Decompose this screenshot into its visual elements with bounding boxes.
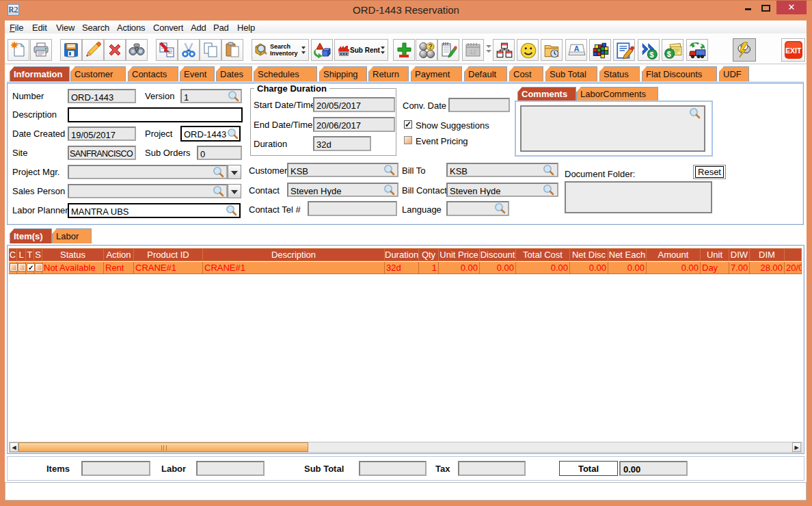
svg-text:EXIT: EXIT bbox=[785, 46, 802, 55]
svg-text:Sub Rent: Sub Rent bbox=[350, 46, 381, 54]
svg-text:?: ? bbox=[429, 43, 433, 51]
svg-text:Inventory: Inventory bbox=[270, 50, 298, 57]
svg-text:$: $ bbox=[650, 51, 654, 59]
svg-text:12: 12 bbox=[470, 49, 476, 55]
svg-text:A: A bbox=[574, 44, 580, 53]
svg-text:$: $ bbox=[667, 50, 671, 58]
svg-text:Search: Search bbox=[270, 43, 290, 50]
